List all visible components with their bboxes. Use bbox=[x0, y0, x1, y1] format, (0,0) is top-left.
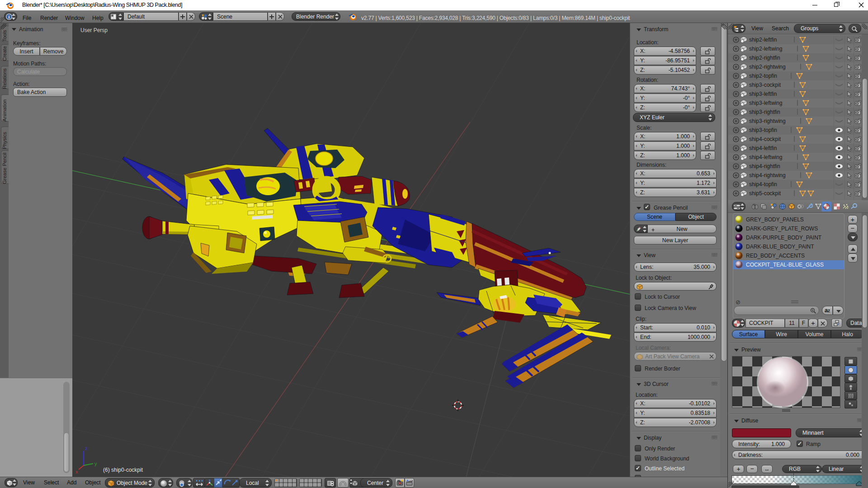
svg-text:z: z bbox=[85, 446, 88, 451]
svg-text:User Persp: User Persp bbox=[80, 27, 108, 33]
svg-text:x: x bbox=[75, 469, 78, 474]
svg-text:i: i bbox=[9, 14, 10, 19]
svg-text:y: y bbox=[94, 461, 97, 466]
svg-text:(6) ship0-cockpit: (6) ship0-cockpit bbox=[103, 467, 143, 473]
